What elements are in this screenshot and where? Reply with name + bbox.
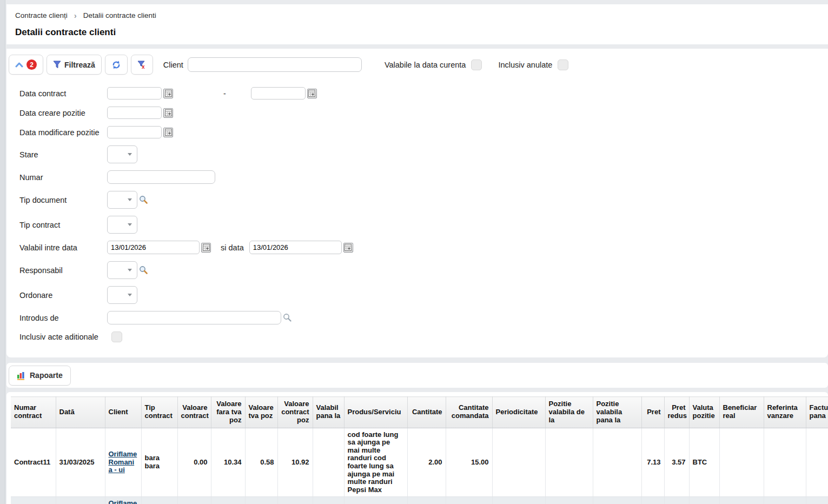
column-header[interactable]: Valoare tva poz [245,397,277,428]
calendar-icon[interactable] [163,128,173,137]
table-cell: bara bara [141,428,177,496]
header-block: Contracte clienți › Detalii contracte cl… [6,4,828,44]
column-header[interactable]: Pozitie valabila pana la [593,397,641,428]
client-link[interactable]: Oriflame Romania - ui [109,450,137,474]
table-cell: BTC [689,428,719,496]
table-cell: 0.00 [177,497,211,504]
column-header[interactable]: Numar contract [11,397,56,428]
chevron-up-icon [15,62,23,68]
column-header[interactable]: Tip contract [141,397,177,428]
client-link[interactable]: Oriflame Romania - ui [109,499,137,504]
responsabil-select[interactable] [107,261,137,279]
table-cell: 0.58 [245,428,277,496]
valabil-intre-data-label: Valabil intre data [19,243,107,252]
table-cell: Contract11 [11,497,56,504]
stare-select[interactable] [107,145,137,163]
ordonare-label: Ordonare [19,291,107,300]
filtreaza-button-label: Filtrează [64,61,95,69]
column-header[interactable]: Pozitie valabila de la [545,397,593,428]
table-cell: 1.00 [641,497,664,504]
filter-funnel-icon [53,61,61,69]
table-cell: bara bara [141,497,177,504]
inclusiv-acte-aditionale-checkbox[interactable] [111,331,122,342]
table-cell [492,428,545,496]
column-header[interactable]: Referinta vanzare [764,397,806,428]
breadcrumb: Contracte clienți › Detalii contracte cl… [15,11,819,20]
refresh-button[interactable] [105,55,128,75]
introdus-de-input[interactable] [107,311,281,324]
data-modificare-pozitie-label: Data modificare pozitie [19,128,107,137]
tip-document-select[interactable] [107,191,137,209]
rapoarte-button-label: Rapoarte [30,371,63,380]
table-cell: 0.58 [245,497,277,504]
column-header[interactable]: Cantitate comandata [446,397,492,428]
column-header[interactable]: Dată [56,397,105,428]
calendar-icon[interactable] [201,243,211,253]
column-header[interactable]: Pret redus [664,397,689,428]
data-creare-pozitie-input[interactable] [107,107,162,119]
valabil-from-input[interactable] [107,241,200,254]
table-cell [313,428,344,496]
rapoarte-button[interactable]: Rapoarte [9,366,71,386]
column-header[interactable]: Valoare fara tva poz [211,397,245,428]
page-content: Contracte clienți › Detalii contracte cl… [6,4,828,504]
si-data-label: si data [221,243,244,252]
chevron-down-icon [128,294,132,296]
column-header[interactable]: Valabil pana la [313,397,344,428]
search-icon[interactable] [139,195,148,204]
table-cell: 7.13 [641,428,664,496]
table-cell: 1.00 [407,497,446,504]
table-cell [545,428,593,496]
chevron-down-icon [128,269,132,271]
table-cell: 10.92 [277,497,313,504]
breadcrumb-detalii-contracte: Detalii contracte clienti [83,11,156,19]
column-header[interactable]: Pret [641,397,664,428]
table-row: Contract1131/03/2025Oriflame Romania - u… [11,428,828,496]
calendar-icon[interactable] [307,89,317,98]
reports-panel: Rapoarte [6,363,828,388]
valabil-to-input[interactable] [249,241,342,254]
column-header[interactable]: Beneficiar real [719,397,764,428]
column-header[interactable]: Factura pana la [806,397,828,428]
table-cell: Contract11 [11,428,56,496]
column-header[interactable]: Periodicitate [492,397,545,428]
active-filters-badge: 2 [27,59,37,70]
ordonare-select[interactable] [107,286,137,304]
data-contract-from-input[interactable] [107,87,162,100]
column-header[interactable]: Produs/Serviciu [344,397,407,428]
column-header[interactable]: Client [105,397,141,428]
valabile-la-data-label: Valabile la data curenta [385,61,466,69]
filtreaza-button[interactable]: Filtrează [47,55,102,75]
table-cell: 31/03/2025 [56,428,105,496]
table-row: Contract1131/03/2025Oriflame Romania - u… [11,497,828,504]
table-cell [764,428,806,496]
clear-filter-button[interactable]: x [131,55,153,75]
chevron-down-icon [128,153,132,156]
tip-document-label: Tip document [19,196,107,204]
client-input[interactable] [188,57,362,72]
column-header[interactable]: Valuta pozitie [689,397,719,428]
tip-contract-select[interactable] [107,216,137,234]
calendar-icon[interactable] [343,243,353,253]
page-title: Detalii contracte clienti [15,27,819,38]
search-icon[interactable] [283,313,292,322]
calendar-icon[interactable] [163,108,173,118]
data-contract-to-input[interactable] [251,87,306,100]
search-icon[interactable] [139,266,148,275]
inclusiv-anulate-checkbox[interactable] [558,59,568,70]
contracts-table: Numar contractDatăClientTip contractValo… [11,396,828,504]
responsabil-label: Responsabil [19,266,107,275]
numar-input[interactable] [107,170,215,184]
valabile-la-data-checkbox[interactable] [471,59,482,70]
data-modificare-pozitie-input[interactable] [107,126,162,138]
table-cell: 10.34 [211,497,245,504]
inclusiv-anulate-label: Inclusiv anulate [498,61,552,69]
contracts-table-panel: Numar contractDatăClientTip contractValo… [6,392,828,504]
column-header[interactable]: Valoare contract poz [277,397,313,428]
column-header[interactable]: Valoare contract [177,397,211,428]
table-cell: 15.00 [446,428,492,496]
breadcrumb-contracte-clienti[interactable]: Contracte clienți [15,11,68,19]
column-header[interactable]: Cantitate [407,397,446,428]
collapse-filters-button[interactable]: 2 [9,55,43,75]
calendar-icon[interactable] [163,89,173,98]
